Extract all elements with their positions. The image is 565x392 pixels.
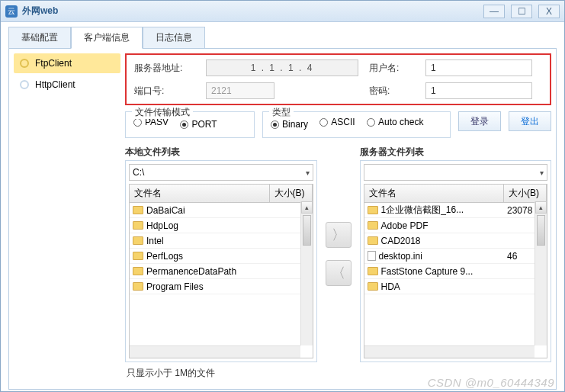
password-input[interactable]: 1 <box>425 82 532 99</box>
folder-icon <box>133 252 143 260</box>
local-table: 文件名 大小(B) DaBaiCaiHdpLogIntelPerfLogsPer… <box>129 184 313 358</box>
close-button[interactable]: X <box>538 5 560 18</box>
col-size[interactable]: 大小(B) <box>270 185 313 202</box>
tab-log-info[interactable]: 日志信息 <box>143 27 205 49</box>
table-row[interactable]: HdpLog <box>130 218 313 233</box>
server-label: 服务器地址: <box>134 62 195 75</box>
folder-icon <box>133 267 143 275</box>
col-name[interactable]: 文件名 <box>364 185 505 202</box>
table-row[interactable]: PermanenceDataPath <box>130 264 313 279</box>
folder-icon <box>133 221 143 230</box>
list-legend: 本地文件列表 <box>125 146 317 159</box>
table-row[interactable]: DaBaiCai <box>130 203 313 218</box>
scrollbar-horizontal[interactable] <box>364 345 535 358</box>
table-row[interactable]: CAD2018 <box>364 233 547 249</box>
folder-icon <box>368 236 378 245</box>
remote-file-list: 服务器文件列表 ▾ 文件名 大小(B) 1企业 <box>360 146 552 362</box>
titlebar: 云 外网web — ☐ X <box>1 1 564 22</box>
folder-icon <box>133 206 143 214</box>
app-logo-icon: 云 <box>5 5 18 18</box>
tab-bar: 基础配置 客户端信息 日志信息 <box>8 27 557 49</box>
folder-icon <box>368 282 378 291</box>
window-title: 外网web <box>22 5 58 18</box>
radio-ascii[interactable]: ASCII <box>319 117 355 127</box>
table-row[interactable]: FastStone Capture 9... <box>364 264 547 279</box>
minimize-button[interactable]: — <box>483 5 505 18</box>
user-label: 用户名: <box>369 62 415 75</box>
scrollbar-horizontal[interactable] <box>130 345 300 358</box>
radio-icon <box>180 120 188 129</box>
tab-basic-config[interactable]: 基础配置 <box>8 27 71 49</box>
transfer-left-button[interactable]: 〈 <box>326 260 352 286</box>
client-sidebar: FtpClient HttpClient <box>14 53 120 384</box>
type-group: 类型 Binary ASCII Auto check <box>262 111 451 138</box>
sidebar-item-ftpclient[interactable]: FtpClient <box>14 53 120 73</box>
pass-label: 密码: <box>369 85 415 98</box>
table-row[interactable]: HDA <box>364 279 547 294</box>
footer-note: 只显示小于 1M的文件 <box>125 362 551 384</box>
radio-icon <box>367 118 375 127</box>
folder-icon <box>368 206 378 214</box>
sidebar-item-label: HttpClient <box>35 79 75 90</box>
chevron-down-icon: ▾ <box>540 169 544 177</box>
table-row[interactable]: desktop.ini46 <box>364 249 547 264</box>
table-row[interactable]: PerfLogs <box>130 249 313 264</box>
sidebar-item-httpclient[interactable]: HttpClient <box>14 75 120 95</box>
folder-icon <box>368 267 378 275</box>
table-row[interactable]: Program Files <box>130 279 313 294</box>
radio-icon <box>319 118 328 127</box>
local-file-list: 本地文件列表 C:\ ▾ 文件名 大小(B) D <box>125 146 317 362</box>
list-legend: 服务器文件列表 <box>360 146 552 159</box>
col-size[interactable]: 大小(B) <box>504 185 547 202</box>
login-button[interactable]: 登录 <box>458 111 501 131</box>
transfer-mode-group: 文件传输模式 PASV PORT <box>125 111 255 138</box>
table-row[interactable]: Adobe PDF <box>364 218 547 233</box>
tab-client-info[interactable]: 客户端信息 <box>71 27 143 49</box>
col-name[interactable]: 文件名 <box>130 185 270 202</box>
folder-icon <box>368 221 378 230</box>
radio-autocheck[interactable]: Auto check <box>367 117 423 127</box>
scrollbar-vertical[interactable]: ▴ <box>535 201 547 345</box>
server-ip-input[interactable]: 1 . 1 . 1 . 4 <box>206 59 358 76</box>
table-row[interactable]: Intel <box>130 233 313 249</box>
file-icon <box>368 251 376 261</box>
maximize-button[interactable]: ☐ <box>511 5 532 18</box>
radio-port[interactable]: PORT <box>180 119 217 130</box>
group-legend: 类型 <box>269 106 294 119</box>
status-dot-icon <box>20 59 29 68</box>
connection-box: 服务器地址: 1 . 1 . 1 . 4 用户名: 1 端口号: 2121 密码… <box>125 53 551 105</box>
port-input[interactable]: 2121 <box>206 82 274 99</box>
logout-button[interactable]: 登出 <box>509 111 551 131</box>
status-dot-icon <box>20 80 29 89</box>
chevron-down-icon: ▾ <box>306 169 310 177</box>
remote-path-combo[interactable]: ▾ <box>364 164 548 181</box>
radio-icon <box>133 118 142 127</box>
folder-icon <box>133 282 143 291</box>
radio-binary[interactable]: Binary <box>271 119 308 130</box>
radio-icon <box>271 120 279 129</box>
transfer-right-button[interactable]: 〉 <box>326 222 352 248</box>
folder-icon <box>133 236 143 245</box>
remote-table: 文件名 大小(B) 1企业微信截图_16...23078Adobe PDFCAD… <box>364 184 548 358</box>
port-label: 端口号: <box>134 85 195 98</box>
local-drive-combo[interactable]: C:\ ▾ <box>129 164 313 181</box>
scrollbar-vertical[interactable]: ▴ <box>300 201 313 345</box>
table-row[interactable]: 1企业微信截图_16...23078 <box>364 203 547 218</box>
group-legend: 文件传输模式 <box>132 106 193 119</box>
sidebar-item-label: FtpClient <box>35 58 72 69</box>
username-input[interactable]: 1 <box>425 59 532 76</box>
